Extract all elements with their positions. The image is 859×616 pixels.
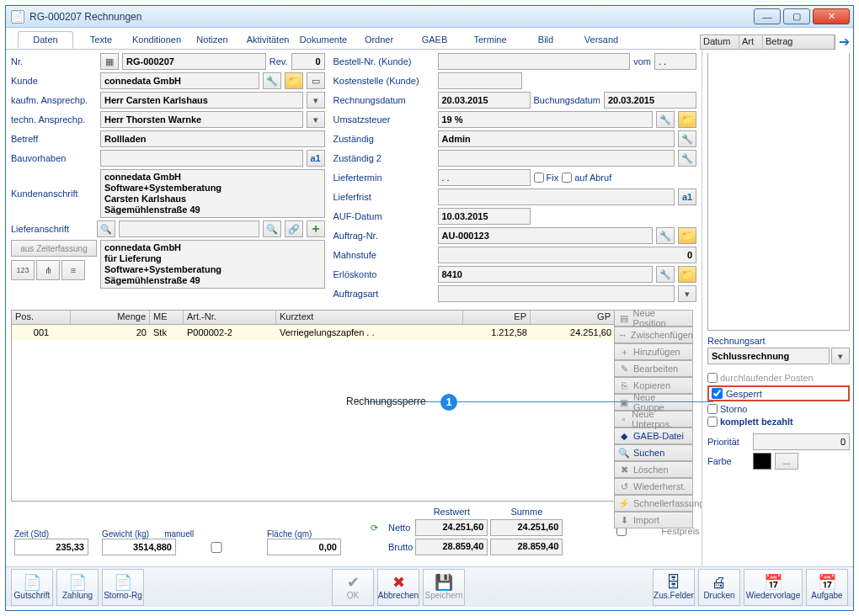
- cmd-zahlung[interactable]: 📄Zahlung: [56, 569, 99, 606]
- rev-field[interactable]: 0: [291, 53, 325, 70]
- cmd-abbrechen[interactable]: ✖Abbrechen: [377, 569, 419, 606]
- kaufm-field[interactable]: Herr Carsten Karlshaus: [100, 92, 303, 109]
- zustaendig2-field[interactable]: [438, 150, 675, 167]
- liefertermin-field[interactable]: . .: [438, 169, 531, 186]
- pos-action-neue-gruppe[interactable]: ▣Neue Gruppe: [614, 394, 693, 411]
- mahnstufe-field[interactable]: 0: [438, 247, 697, 263]
- lieferfrist-field[interactable]: [438, 189, 675, 205]
- cmd-wiedervorlage[interactable]: 📅Wiedervorlage: [744, 569, 803, 606]
- tab-dokumente[interactable]: Dokumente: [296, 31, 351, 49]
- tab-konditionen[interactable]: Konditionen: [129, 31, 184, 49]
- tab-gaeb[interactable]: GAEB: [407, 31, 462, 49]
- kunde-search-icon[interactable]: 🔧: [263, 72, 281, 89]
- maximize-button[interactable]: ▢: [783, 8, 810, 24]
- cmd-ok[interactable]: ✔OK: [332, 569, 374, 606]
- kaufm-dropdown-icon[interactable]: ▾: [307, 92, 325, 109]
- lieferanschrift-link-icon[interactable]: 🔗: [285, 220, 303, 237]
- techn-field[interactable]: Herr Thorsten Warnke: [100, 111, 303, 128]
- farbe-swatch[interactable]: [753, 453, 771, 470]
- pos-action-kopieren[interactable]: ⎘Kopieren: [614, 377, 693, 394]
- pos-action-schnellerfassung[interactable]: ⚡Schnellerfassung: [614, 495, 693, 512]
- nr-field[interactable]: RG-000207: [122, 53, 266, 70]
- flaeche-field[interactable]: [267, 539, 341, 555]
- aus-zeiterfassung-button[interactable]: aus Zeiterfassung: [11, 240, 97, 257]
- table-row[interactable]: 00120StkP000002-2Verriegelungszapfen . .…: [12, 325, 615, 340]
- pos-action-hinzuf-gen[interactable]: ＋Hinzufügen: [614, 343, 693, 360]
- rechnungsart-field[interactable]: Schlussrechnung: [707, 348, 830, 364]
- aufdatum-field[interactable]: 10.03.2015: [438, 208, 531, 225]
- komplett-checkbox[interactable]: [707, 417, 718, 427]
- durchlaufender-checkbox[interactable]: [707, 373, 718, 383]
- rechnungsdatum-field[interactable]: 20.03.2015: [438, 92, 531, 109]
- tab-notizen[interactable]: Notizen: [184, 31, 240, 49]
- lieferfrist-a1-icon[interactable]: a1: [678, 189, 696, 205]
- mini-list-button[interactable]: ≡: [61, 260, 85, 280]
- mini-tree-button[interactable]: ⋔: [36, 260, 60, 280]
- farbe-pick-button[interactable]: ...: [775, 453, 798, 470]
- pos-action-import[interactable]: ⬇Import: [614, 512, 693, 528]
- kunde-folder-icon[interactable]: 📁: [285, 72, 303, 89]
- aufabruf-checkbox[interactable]: [562, 173, 572, 183]
- auftragsart-field[interactable]: [438, 285, 675, 302]
- auftragnr-folder-icon[interactable]: 📁: [678, 227, 696, 244]
- tab-bild[interactable]: Bild: [518, 31, 574, 49]
- lieferanschrift-zoom-icon[interactable]: 🔍: [263, 220, 281, 237]
- tab-texte[interactable]: Texte: [73, 31, 129, 49]
- betreff-field[interactable]: Rollladen: [100, 130, 325, 147]
- manuell-checkbox[interactable]: [179, 542, 253, 553]
- auftragnr-field[interactable]: AU-000123: [438, 227, 654, 244]
- tab-ordner[interactable]: Ordner: [351, 31, 407, 49]
- cmd-gutschrift[interactable]: 📄Gutschrift: [11, 569, 53, 606]
- pos-action-suchen[interactable]: 🔍Suchen: [614, 444, 693, 461]
- kunde-card-icon[interactable]: ▭: [307, 72, 325, 89]
- pos-action-gaeb-datei[interactable]: ◆GAEB-Datei: [614, 427, 693, 444]
- side-table-body[interactable]: [707, 53, 850, 331]
- gesperrt-checkbox[interactable]: [712, 388, 723, 399]
- mini-123-button[interactable]: 123: [11, 260, 35, 280]
- gewicht-field[interactable]: [102, 539, 176, 555]
- erloes-wrench-icon[interactable]: 🔧: [656, 266, 675, 283]
- tab-versand[interactable]: Versand: [574, 31, 629, 49]
- umsatzsteuer-field[interactable]: 19 %: [438, 111, 654, 128]
- cmd-storno[interactable]: 📄Storno-Rg: [102, 569, 144, 606]
- pos-action-bearbeiten[interactable]: ✎Bearbeiten: [614, 360, 693, 377]
- lieferanschrift-add-icon[interactable]: ＋: [307, 220, 325, 237]
- techn-dropdown-icon[interactable]: ▾: [307, 111, 325, 128]
- side-next-icon[interactable]: ➔: [839, 34, 850, 50]
- refresh-icon[interactable]: ⟳: [371, 523, 386, 534]
- fix-checkbox[interactable]: [534, 173, 544, 183]
- prioritaet-field[interactable]: 0: [753, 433, 850, 450]
- close-button[interactable]: ✕: [813, 8, 850, 24]
- positions-body[interactable]: 00120StkP000002-2Verriegelungszapfen . .…: [11, 325, 616, 502]
- pos-action-l-schen[interactable]: ✖Löschen: [614, 461, 693, 478]
- storno-checkbox[interactable]: [707, 404, 718, 414]
- lieferanschrift-short-field[interactable]: [119, 220, 259, 237]
- erloes-folder-icon[interactable]: 📁: [678, 266, 696, 283]
- erloeskonto-field[interactable]: 8410: [438, 266, 654, 283]
- tab-daten[interactable]: Daten: [18, 31, 73, 49]
- pos-action-zwischenf-gen[interactable]: ↔Zwischenfügen: [614, 327, 693, 343]
- nr-action-icon[interactable]: ▦: [100, 53, 119, 70]
- auftragnr-wrench-icon[interactable]: 🔧: [656, 227, 675, 244]
- minimize-button[interactable]: —: [754, 8, 781, 24]
- zust-wrench-icon[interactable]: 🔧: [678, 130, 696, 147]
- bestellnr-field[interactable]: [438, 53, 631, 70]
- auftragsart-dropdown-icon[interactable]: ▾: [678, 285, 696, 302]
- bauvorhaben-field[interactable]: [100, 150, 303, 167]
- lieferanschrift-field[interactable]: [100, 240, 325, 289]
- cmd-speichern[interactable]: 💾Speichern: [423, 569, 465, 606]
- zeit-field[interactable]: [14, 539, 88, 555]
- cmd-aufgabe[interactable]: 📅Aufgabe: [806, 569, 848, 606]
- tab-termine[interactable]: Termine: [462, 31, 518, 49]
- zust2-wrench-icon[interactable]: 🔧: [678, 150, 696, 167]
- cmd-zusfelder[interactable]: 🗄Zus.Felder: [653, 569, 695, 606]
- ust-folder-icon[interactable]: 📁: [678, 111, 696, 128]
- bauvorhaben-a1-icon[interactable]: a1: [307, 150, 325, 167]
- pos-action-neue-position[interactable]: ▤Neue Position: [614, 310, 693, 327]
- ust-wrench-icon[interactable]: 🔧: [656, 111, 675, 128]
- vom-field[interactable]: . .: [654, 53, 696, 70]
- tab-aktivitäten[interactable]: Aktivitäten: [240, 31, 296, 49]
- lieferanschrift-search-icon[interactable]: 🔍: [97, 220, 115, 237]
- pos-action-neue-unterpos-[interactable]: ▫Neue Unterpos.: [614, 411, 693, 427]
- rechnungsart-dropdown-icon[interactable]: ▾: [831, 348, 850, 364]
